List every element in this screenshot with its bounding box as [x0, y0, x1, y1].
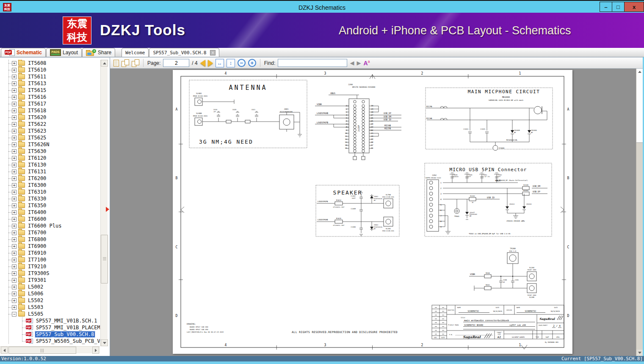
tab-schematic[interactable]: PDF Schematic	[1, 48, 46, 57]
tree-file-row[interactable]: PDF SP557_W5505_Sub_PCB_V00_P	[0, 338, 100, 345]
tree-folder-row[interactable]: L5002	[0, 283, 100, 290]
expand-toggle-icon[interactable]	[12, 210, 17, 215]
tree-folder-row[interactable]: L5505	[0, 311, 100, 317]
expand-toggle-icon[interactable]	[12, 190, 17, 195]
tree-folder-row[interactable]: IT6350	[0, 202, 100, 209]
tree-folder-row[interactable]: IT9301	[0, 277, 100, 283]
expand-toggle-icon[interactable]	[12, 136, 17, 140]
tree-folder-row[interactable]: IT5630	[0, 148, 100, 155]
tree-folder-row[interactable]: IT6200	[0, 175, 100, 182]
expand-toggle-icon[interactable]	[12, 75, 17, 79]
expand-toggle-icon[interactable]	[12, 305, 17, 310]
scroll-left-icon[interactable]	[1, 347, 8, 354]
expand-toggle-icon[interactable]	[12, 203, 17, 208]
expand-toggle-icon[interactable]	[12, 115, 17, 120]
expand-toggle-icon[interactable]	[12, 68, 17, 72]
expand-toggle-icon[interactable]	[12, 88, 17, 93]
tree-folder-row[interactable]: IT5626N	[0, 141, 100, 148]
tree-folder-row[interactable]: IT5611	[0, 73, 100, 80]
expand-toggle-icon[interactable]	[12, 61, 17, 66]
tree-folder-row[interactable]: IT6600 Plus	[0, 222, 100, 229]
scrollbar-thumb[interactable]	[636, 75, 643, 143]
expand-toggle-icon[interactable]	[12, 176, 17, 181]
expand-toggle-icon[interactable]	[12, 183, 17, 188]
expand-toggle-icon[interactable]	[12, 197, 17, 201]
scrollbar-thumb[interactable]	[101, 235, 108, 283]
expand-toggle-icon[interactable]	[12, 258, 17, 262]
previous-page-icon[interactable]	[200, 60, 205, 67]
fit-page-button[interactable]: ↕	[227, 59, 235, 67]
expand-toggle-icon[interactable]	[12, 237, 17, 242]
tree-folder-row[interactable]: IT5622	[0, 121, 100, 128]
expand-toggle-icon[interactable]	[12, 285, 17, 289]
expand-toggle-icon[interactable]	[12, 81, 17, 86]
expand-toggle-icon[interactable]	[12, 271, 17, 276]
tree-folder-row[interactable]: IT5610	[0, 67, 100, 73]
tree-folder-row[interactable]: L5006	[0, 290, 100, 297]
tree-folder-row[interactable]: IT6800	[0, 236, 100, 243]
expand-toggle-icon[interactable]	[12, 169, 17, 174]
scroll-right-icon[interactable]	[92, 347, 99, 354]
tree-folder-row[interactable]: IT6400	[0, 209, 100, 216]
expand-toggle-icon[interactable]	[12, 312, 17, 317]
tree-view[interactable]: IT5608 IT5610 IT5611	[0, 60, 100, 346]
expand-toggle-icon[interactable]	[12, 129, 17, 133]
expand-toggle-icon[interactable]	[12, 142, 17, 147]
tree-folder-row[interactable]: IT5608	[0, 60, 100, 67]
tree-folder-row[interactable]: IT6700	[0, 229, 100, 236]
tree-folder-row[interactable]: IT9300S	[0, 270, 100, 277]
tree-folder-row[interactable]: IT5625	[0, 134, 100, 141]
schematic-page[interactable]: 4 3 2 1 4 3 2 1 A B C D A B C D ANTENNA	[173, 70, 572, 354]
tree-folder-row[interactable]: L5502	[0, 297, 100, 304]
expand-toggle-icon[interactable]	[12, 278, 17, 283]
tree-folder-row[interactable]: IT5623	[0, 128, 100, 134]
facing-pages-icon[interactable]	[122, 59, 129, 67]
doc-tab-current[interactable]: SP557_Sub_V00.SCH.8 x	[149, 48, 219, 57]
tree-folder-row[interactable]: IT6120	[0, 155, 100, 161]
page-number-input[interactable]	[163, 59, 189, 67]
tree-folder-row[interactable]: L5503	[0, 304, 100, 311]
expand-toggle-icon[interactable]	[12, 156, 17, 161]
expand-toggle-icon[interactable]	[12, 149, 17, 154]
scroll-down-icon[interactable]	[101, 339, 108, 346]
scroll-up-icon[interactable]	[101, 60, 108, 67]
find-input[interactable]	[278, 59, 347, 67]
tab-layout[interactable]: PADS Layout	[46, 48, 82, 57]
tree-folder-row[interactable]: IT9210	[0, 263, 100, 270]
tree-horizontal-scrollbar[interactable]	[0, 346, 100, 353]
viewer-vertical-scrollbar[interactable]	[636, 69, 643, 356]
expand-toggle-icon[interactable]	[12, 108, 17, 113]
expand-toggle-icon[interactable]	[12, 244, 17, 249]
match-case-icon[interactable]: Aa	[363, 59, 370, 67]
expand-toggle-icon[interactable]	[12, 163, 17, 167]
tree-vertical-scrollbar[interactable]	[100, 60, 108, 346]
expand-toggle-icon[interactable]	[12, 231, 17, 235]
close-tab-icon[interactable]: x	[210, 50, 216, 56]
expand-toggle-icon[interactable]	[12, 251, 17, 256]
tree-folder-row[interactable]: IT7100	[0, 256, 100, 263]
tree-folder-row[interactable]: IT5613	[0, 80, 100, 87]
tree-file-row[interactable]: PDF SP557_MMI_V01B_PLACEMENT	[0, 324, 100, 331]
expand-toggle-icon[interactable]	[12, 102, 17, 106]
tree-folder-row[interactable]: IT5616	[0, 94, 100, 100]
tree-folder-row[interactable]: IT5618	[0, 107, 100, 114]
expand-toggle-icon[interactable]	[12, 264, 17, 269]
find-next-icon[interactable]: ▶	[357, 60, 361, 66]
tab-share[interactable]: + Share	[82, 48, 115, 57]
find-previous-icon[interactable]: ◀	[350, 60, 354, 66]
close-button[interactable]: x	[624, 2, 644, 12]
tree-folder-row[interactable]: IT5620	[0, 114, 100, 121]
continuous-pages-icon[interactable]	[132, 59, 139, 67]
expand-toggle-icon[interactable]	[12, 122, 17, 127]
tree-folder-row[interactable]: IT6910	[0, 250, 100, 256]
tree-folder-row[interactable]: IT5617	[0, 100, 100, 107]
expand-toggle-icon[interactable]	[12, 217, 17, 222]
next-page-icon[interactable]	[208, 60, 213, 67]
expand-toggle-icon[interactable]	[12, 292, 17, 296]
fit-width-button[interactable]: ↔	[216, 59, 224, 67]
scroll-up-icon[interactable]	[636, 69, 643, 75]
schematic-viewer[interactable]: 4 3 2 1 4 3 2 1 A B C D A B C D ANTENNA	[110, 69, 644, 356]
tree-folder-row[interactable]: IT6600	[0, 216, 100, 222]
tree-folder-row[interactable]: IT5615	[0, 87, 100, 94]
expand-toggle-icon[interactable]	[12, 298, 17, 303]
